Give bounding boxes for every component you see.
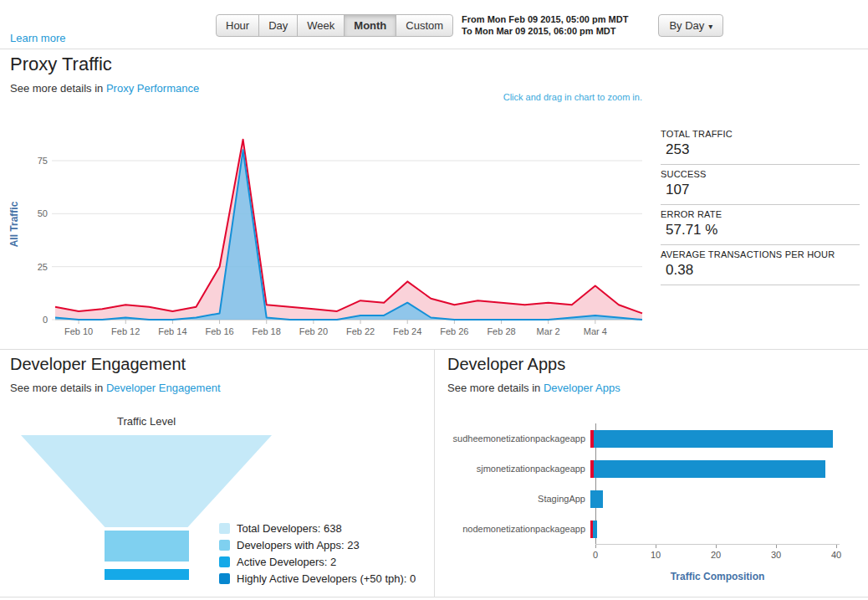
zoom-hint: Click and drag in chart to zoom in. (503, 92, 642, 102)
bottom-divider (0, 597, 868, 597)
x-tick-label: 0 (593, 550, 598, 560)
developer-engagement-link[interactable]: Developer Engagement (106, 382, 221, 394)
app-category-label: nodemonetizationpackageapp (440, 524, 590, 534)
app-row: sudheemonetizationpackageapp (440, 423, 862, 454)
date-from-label: From Mon Feb 09 2015, 05:00 pm MDT (462, 13, 628, 25)
area-all-traffic (55, 140, 642, 320)
svg-text:75: 75 (38, 156, 48, 166)
svg-text:Mar 2: Mar 2 (537, 326, 560, 336)
group-by-dropdown[interactable]: By Day▾ (658, 14, 723, 37)
x-tick-label: 30 (771, 550, 781, 560)
svg-text:Mar 4: Mar 4 (584, 326, 607, 336)
group-by-label: By Day (669, 19, 704, 32)
stat-value: 57.71 % (661, 222, 860, 238)
svg-text:Feb 12: Feb 12 (111, 326, 140, 336)
developer-apps-link[interactable]: Developer Apps (544, 382, 620, 394)
app-category-label: sudheemonetizationpackageapp (440, 433, 590, 444)
svg-text:Feb 28: Feb 28 (487, 326, 515, 336)
svg-text:Feb 14: Feb 14 (158, 326, 186, 336)
svg-text:50: 50 (38, 208, 48, 218)
range-button-hour[interactable]: Hour (216, 14, 259, 37)
app-bar-rows: sudheemonetizationpackageappsjmonetizati… (440, 423, 862, 544)
app-traffic-bar (590, 430, 841, 448)
funnel-legend-item[interactable]: Active Developers: 2 (219, 556, 416, 568)
developer-apps-chart: sudheemonetizationpackageappsjmonetizati… (440, 423, 862, 582)
funnel-legend-item[interactable]: Total Developers: 638 (219, 522, 416, 535)
range-button-week[interactable]: Week (297, 14, 345, 37)
caret-down-icon: ▾ (708, 22, 712, 31)
app-category-label: sjmonetizationpackageapp (440, 464, 590, 474)
app-category-label: StagingApp (440, 494, 590, 504)
proxy-performance-link[interactable]: Proxy Performance (106, 82, 199, 95)
range-button-day[interactable]: Day (258, 14, 298, 37)
time-controls: HourDayWeekMonthCustom From Mon Feb 09 2… (216, 14, 723, 37)
stat-value: 253 (661, 141, 860, 158)
range-button-custom[interactable]: Custom (396, 14, 453, 37)
proxy-traffic-title: Proxy Traffic (10, 54, 112, 75)
x-tick (656, 545, 656, 548)
legend-label: Total Developers: 638 (237, 522, 342, 535)
svg-text:Feb 10: Feb 10 (64, 326, 93, 336)
area-success (55, 150, 642, 320)
svg-text:Feb 16: Feb 16 (205, 326, 233, 336)
app-row: StagingApp (440, 484, 862, 514)
line-all-traffic (55, 140, 642, 314)
x-tick (595, 545, 596, 548)
x-tick (776, 545, 777, 548)
x-tick-label: 10 (651, 550, 661, 560)
legend-label: Developers with Apps: 23 (237, 539, 360, 551)
developer-apps-section: Developer Apps See more details in Devel… (436, 350, 868, 597)
developer-engagement-title: Developer Engagement (10, 355, 186, 374)
bar-traffic-segment[interactable] (593, 521, 597, 538)
developer-engagement-section: Developer Engagement See more details in… (0, 350, 435, 597)
funnel-stage-total-developers[interactable] (21, 435, 272, 527)
y-axis-label: All Traffic (8, 201, 20, 247)
app-row: nodemonetizationpackageapp (440, 514, 862, 544)
stat-label: SUCCESS (661, 169, 860, 179)
svg-text:Feb 18: Feb 18 (253, 326, 281, 336)
funnel-chart-title: Traffic Level (17, 415, 276, 428)
x-tick (716, 545, 717, 548)
x-axis: 010203040 (595, 544, 840, 562)
stat-average-transactions-per-hour: AVERAGE TRANSACTIONS PER HOUR0.38 (661, 245, 860, 285)
legend-swatch (219, 556, 230, 567)
proxy-traffic-chart[interactable]: 0255075Feb 10Feb 12Feb 14Feb 16Feb 18Feb… (7, 110, 652, 338)
developer-engagement-see-more: See more details in Developer Engagement (10, 382, 221, 394)
bar-traffic-segment[interactable] (594, 430, 834, 448)
range-button-month[interactable]: Month (344, 14, 396, 37)
x-tick (836, 545, 837, 548)
stat-error-rate: ERROR RATE57.71 % (661, 205, 860, 245)
x-tick-label: 40 (831, 550, 841, 560)
stat-value: 0.38 (661, 262, 860, 279)
traffic-stats-panel: TOTAL TRAFFIC253SUCCESS107ERROR RATE57.7… (661, 125, 860, 285)
svg-text:Feb 20: Feb 20 (299, 326, 328, 336)
funnel-stage-active-developers[interactable] (105, 569, 189, 580)
see-more-prefix: See more details in (10, 382, 106, 394)
funnel-stage-developers-with-apps[interactable] (105, 531, 189, 562)
date-to-label: To Mon Mar 09 2015, 06:00 pm MDT (462, 25, 628, 37)
bar-traffic-segment[interactable] (594, 460, 825, 478)
legend-label: Active Developers: 2 (237, 556, 336, 568)
stat-label: TOTAL TRAFFIC (661, 129, 860, 139)
stat-label: ERROR RATE (661, 209, 860, 219)
see-more-prefix: See more details in (10, 82, 106, 95)
legend-swatch (219, 523, 230, 534)
stat-label: AVERAGE TRANSACTIONS PER HOUR (661, 249, 860, 259)
developer-apps-see-more: See more details in Developer Apps (447, 382, 620, 394)
top-toolbar: Learn more HourDayWeekMonthCustom From M… (0, 0, 868, 49)
proxy-see-more: See more details in Proxy Performance (10, 82, 199, 95)
app-row: sjmonetizationpackageapp (440, 454, 862, 484)
time-range-button-group: HourDayWeekMonthCustom (216, 14, 453, 37)
line-success (55, 150, 642, 320)
learn-more-link[interactable]: Learn more (10, 32, 65, 44)
stat-total-traffic: TOTAL TRAFFIC253 (661, 125, 860, 165)
app-traffic-bar (590, 460, 841, 478)
legend-label: Highly Active Developers (+50 tph): 0 (237, 572, 416, 585)
svg-text:Feb 22: Feb 22 (346, 326, 375, 336)
app-traffic-bar (590, 490, 841, 508)
bar-traffic-segment[interactable] (590, 490, 603, 508)
funnel-legend-item[interactable]: Highly Active Developers (+50 tph): 0 (219, 572, 416, 585)
funnel-legend-item[interactable]: Developers with Apps: 23 (219, 539, 416, 551)
x-tick-label: 20 (711, 550, 721, 560)
legend-swatch (219, 573, 230, 584)
